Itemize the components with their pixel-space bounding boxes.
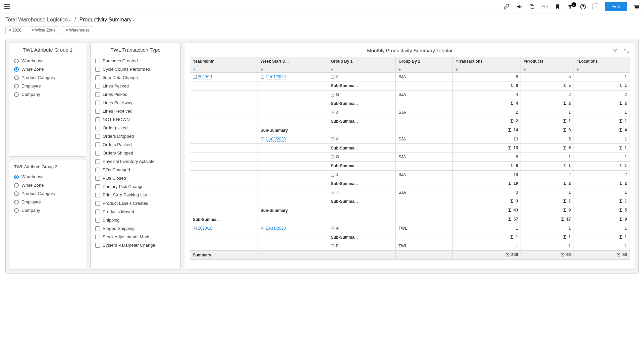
column-header[interactable]: Group By 2	[396, 57, 453, 66]
column-sort[interactable]: ◆	[258, 66, 328, 73]
filter-chip[interactable]: = Whse Zone	[28, 26, 59, 34]
breadcrumb-root[interactable]: Total Warehouse Logistics▾	[5, 17, 71, 22]
column-sort[interactable]: ◆	[396, 66, 453, 73]
group1-option[interactable]: Company	[14, 90, 81, 99]
group2-option[interactable]: Product Category	[14, 189, 81, 198]
trans-type-option[interactable]: Staged Shipping	[95, 224, 176, 233]
group1-option[interactable]: Warehouse	[14, 57, 81, 65]
collapse-icon[interactable]: −	[331, 173, 334, 177]
trans-type-option[interactable]: Lines Picked	[95, 90, 176, 99]
panel-trans-type: TWL Transaction Type Barcodes CreatedCyc…	[90, 43, 181, 270]
table-row: −GSJA811	[190, 153, 630, 161]
group1-option[interactable]: Employee	[14, 82, 81, 90]
trans-type-option[interactable]: Print SX.e Packing List	[95, 191, 176, 199]
radio-label: Company	[21, 92, 40, 97]
column-header[interactable]: Group By 1	[328, 57, 396, 66]
collapse-icon[interactable]: −	[331, 155, 334, 159]
export-icon[interactable]: ▾	[541, 3, 548, 10]
group2-option[interactable]: Whse Zone	[14, 181, 81, 189]
group2-option[interactable]: Employee	[14, 198, 81, 206]
collapse-icon[interactable]: −	[331, 111, 334, 114]
trans-type-option[interactable]: Product Labels Created	[95, 199, 176, 207]
cell-yearmonth	[190, 90, 258, 99]
group2-option[interactable]: Company	[14, 206, 81, 215]
collapse-icon[interactable]: −	[331, 227, 334, 230]
group1-option[interactable]: Product Category	[14, 73, 81, 82]
column-sort[interactable]: ◆	[328, 66, 396, 73]
announce-icon[interactable]	[516, 3, 523, 10]
checkbox-icon	[95, 201, 100, 206]
column-sort[interactable]: ◆	[453, 66, 521, 73]
edit-button[interactable]: Edit	[605, 2, 627, 11]
collapse-icon[interactable]: −	[261, 227, 264, 230]
cell-group1: Sub-Summa...	[328, 117, 396, 126]
filter-chip[interactable]: = Warehouse	[62, 26, 93, 34]
cell-metric: Σ 17	[521, 215, 574, 224]
trans-type-option[interactable]: Order picked	[95, 124, 176, 132]
column-header[interactable]: Week Start D...	[258, 57, 328, 66]
cell-metric: 5	[521, 135, 574, 143]
cell-metric: Σ 60	[521, 250, 574, 259]
column-header[interactable]: #Products	[521, 57, 574, 66]
trans-type-option[interactable]: Lines Put Away	[95, 99, 176, 107]
column-sort[interactable]: ▼	[190, 66, 258, 73]
collapse-icon[interactable]: −	[331, 244, 334, 248]
trans-type-option[interactable]: Stock Adjustments Made	[95, 233, 176, 241]
trans-type-option[interactable]: POs Closed	[95, 174, 176, 182]
cell-group2	[396, 206, 453, 215]
help-icon[interactable]	[580, 3, 586, 10]
cell-metric: Σ 19	[453, 179, 521, 188]
briefcase-icon[interactable]	[633, 3, 640, 10]
trans-type-option[interactable]: Products Moved	[95, 207, 176, 216]
expand-icon[interactable]	[623, 48, 630, 54]
refresh-button[interactable]	[592, 3, 599, 10]
collapse-icon[interactable]: −	[261, 137, 264, 141]
collapse-icon[interactable]: −	[261, 75, 264, 79]
column-header[interactable]: #Transactions	[453, 57, 521, 66]
copy-icon[interactable]	[529, 3, 535, 10]
trans-type-option[interactable]: POs Changed	[95, 166, 176, 174]
cell-week: Sub-Summary	[258, 126, 328, 135]
collapse-icon[interactable]: −	[331, 137, 334, 141]
column-sort[interactable]: ◆	[574, 66, 630, 73]
trans-type-option[interactable]: Lines Packed	[95, 82, 176, 90]
checkbox-icon	[95, 126, 100, 130]
trans-type-option[interactable]: NOT KNOWN	[95, 115, 176, 124]
trans-type-option[interactable]: Barcodes Created	[95, 57, 176, 65]
download-icon[interactable]	[612, 48, 619, 54]
collapse-icon[interactable]: −	[193, 75, 197, 79]
cell	[258, 250, 328, 259]
cell-group1: Sub-Summa...	[328, 161, 396, 170]
trans-type-option[interactable]: Cycle Counts Performed	[95, 65, 176, 73]
cell-yearmonth	[190, 242, 258, 250]
radio-label: Whse Zone	[21, 183, 44, 188]
menu-icon[interactable]	[4, 3, 12, 11]
trans-type-option[interactable]: System Parameter Change	[95, 241, 176, 249]
trans-type-option[interactable]: Primary Pick Change	[95, 182, 176, 191]
collapse-icon[interactable]: −	[193, 227, 197, 230]
cell-group2: SJA	[396, 188, 453, 197]
breadcrumb-current[interactable]: Productivity Summary▾	[79, 17, 135, 22]
link-icon[interactable]	[503, 3, 510, 10]
collapse-icon[interactable]: −	[331, 93, 334, 97]
filter-icon[interactable]: 3	[567, 3, 574, 10]
collapse-icon[interactable]: −	[331, 191, 334, 194]
group1-option[interactable]: Whse Zone	[14, 65, 81, 73]
column-header[interactable]: Year/Month	[190, 57, 258, 66]
trans-type-option[interactable]: Lines Received	[95, 107, 176, 115]
trans-type-option[interactable]: Orders Shipped	[95, 149, 176, 157]
trans-type-option[interactable]: Physical Inventory Activate	[95, 157, 176, 166]
filter-chip[interactable]: = 2020	[5, 26, 25, 34]
trans-type-option[interactable]: Item Data Change	[95, 73, 176, 82]
trans-type-option[interactable]: Orders Packed	[95, 140, 176, 149]
column-header[interactable]: #Locations	[574, 57, 630, 66]
cell-yearmonth	[190, 135, 258, 143]
table-row: −2020/10−10/11/2020−ATWL111	[190, 224, 630, 233]
trans-type-option[interactable]: Shipping	[95, 216, 176, 224]
group2-option[interactable]: Warehouse	[14, 173, 81, 181]
collapse-icon[interactable]: −	[331, 75, 334, 79]
trans-type-option[interactable]: Orders Dropped	[95, 132, 176, 140]
column-sort[interactable]: ◆	[521, 66, 574, 73]
bookmark-icon[interactable]	[554, 3, 561, 10]
table-row: Sub-SummaryΣ 14Σ 8Σ 4	[190, 126, 630, 135]
